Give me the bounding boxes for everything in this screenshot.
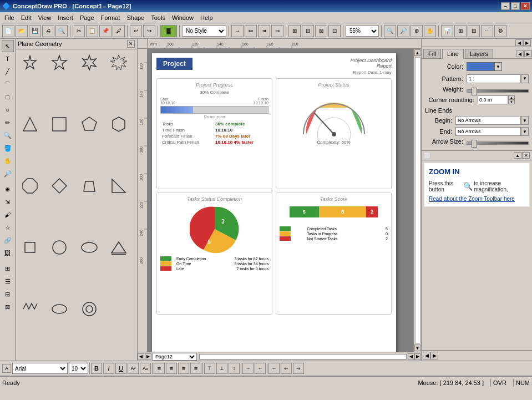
paste-button[interactable]: 📌	[99, 25, 112, 37]
shape-circle[interactable]	[47, 236, 72, 259]
rect-tool[interactable]: □	[2, 91, 14, 103]
shape-diamond[interactable]	[47, 175, 72, 197]
corner-up-btn[interactable]: ▲	[508, 95, 515, 100]
weight-slider[interactable]	[467, 87, 529, 93]
shape-5star[interactable]	[47, 52, 72, 74]
font-size-select[interactable]: 10 8 12 14	[69, 363, 88, 374]
text-tool[interactable]: T	[2, 53, 14, 65]
save-button[interactable]: 💾	[29, 25, 41, 37]
underline-btn[interactable]: U	[115, 363, 126, 374]
redo-button[interactable]: ↪	[143, 25, 155, 37]
view-btn4[interactable]: ⊡	[328, 25, 341, 37]
grid-btn[interactable]: ⊟	[468, 25, 480, 37]
zoom-in-btn[interactable]: 🔍	[384, 25, 396, 37]
zoom-panel-collapse[interactable]: ▲	[514, 152, 521, 159]
pattern-value[interactable]: 1 :	[467, 74, 521, 83]
zoom-out-btn[interactable]: 🔎	[397, 25, 409, 37]
maximize-button[interactable]: □	[511, 2, 520, 10]
valign-top-btn[interactable]: ⊤	[204, 363, 215, 374]
shape-triangle[interactable]	[18, 113, 42, 135]
view-btn2[interactable]: ⊟	[302, 25, 314, 37]
link-tool[interactable]: 🔗	[2, 234, 14, 246]
print-preview-button[interactable]: 🔍	[55, 25, 68, 37]
superscript-btn[interactable]: A²	[128, 363, 139, 374]
zoom-fit-btn[interactable]: ⊕	[411, 25, 423, 37]
corner-input[interactable]	[478, 95, 508, 104]
zoom-link[interactable]: Read about the Zoom Toolbar here	[429, 196, 525, 202]
menu-window[interactable]: Window	[169, 14, 197, 22]
scroll-left-btn[interactable]: ◀	[408, 353, 414, 360]
shape-ring[interactable]	[77, 298, 102, 320]
undo-button[interactable]: ↩	[130, 25, 142, 37]
shape-octagon[interactable]	[18, 175, 42, 197]
bold-btn[interactable]: B	[91, 363, 102, 374]
arrow-btn1[interactable]: →	[231, 25, 244, 37]
arrow-btn4[interactable]: ⊸	[271, 25, 283, 37]
begin-dropdown-btn[interactable]: ▼	[521, 116, 529, 125]
pen-tool[interactable]: ✏	[2, 117, 14, 129]
align-right-btn[interactable]: ≡	[178, 363, 189, 374]
end-value[interactable]: No Arrows	[455, 127, 521, 136]
subscript-btn[interactable]: A₂	[140, 363, 151, 374]
scroll-right-btn[interactable]: ▶	[414, 353, 421, 360]
shape-oval[interactable]	[47, 298, 72, 320]
page-next-btn[interactable]: ▶	[145, 353, 151, 360]
shape-4star[interactable]	[18, 52, 42, 74]
open-button[interactable]: 📂	[16, 25, 28, 37]
table2-tool[interactable]: ⊠	[2, 301, 14, 313]
right-nav-left[interactable]: ◀	[423, 352, 430, 360]
justify-btn[interactable]: ≡	[190, 363, 201, 374]
shape-pentagon[interactable]	[77, 113, 102, 135]
group-tool[interactable]: ⊞	[2, 262, 14, 275]
zoom-dropdown[interactable]: 55% 100% 75% 50%	[346, 26, 379, 37]
tab-layers[interactable]: Layers	[465, 49, 493, 58]
shape-panel-close[interactable]: ✕	[127, 40, 135, 48]
color-dropdown-btn[interactable]: ▼	[494, 62, 502, 71]
align-left-btn[interactable]: ≡	[154, 363, 165, 374]
select-tool[interactable]: ↖	[2, 40, 14, 52]
menu-view[interactable]: View	[35, 14, 55, 22]
page-prev-btn[interactable]: ◀	[138, 353, 144, 360]
color-fill-button[interactable]: ▓	[160, 25, 177, 37]
menu-format[interactable]: Format	[98, 14, 124, 22]
copy-button[interactable]: 📋	[86, 25, 98, 37]
format-copy-button[interactable]: 🖊	[113, 25, 125, 37]
arrow-btn3[interactable]: ↠	[258, 25, 270, 37]
shape-ellipse[interactable]	[77, 236, 102, 259]
menu-tools[interactable]: Tools	[148, 14, 169, 22]
shape-right-triangle[interactable]	[107, 175, 131, 197]
right-collapse-btn[interactable]: ◀	[515, 39, 523, 46]
h-scroll-track[interactable]	[199, 354, 407, 360]
menu-edit[interactable]: Edit	[18, 14, 35, 22]
brush-tool[interactable]: 🖌	[2, 209, 14, 221]
fill-tool[interactable]: 🪣	[2, 142, 14, 154]
zoom-tool[interactable]: 🔎	[2, 168, 14, 180]
vertical-scrollbar[interactable]: ▲ ▼	[413, 49, 421, 352]
path-tool[interactable]: ⇲	[2, 196, 14, 208]
dots-btn[interactable]: ⋯	[481, 25, 493, 37]
cut-button[interactable]: ✂	[73, 25, 85, 37]
table-btn[interactable]: ⊞	[454, 25, 467, 37]
view-btn3[interactable]: ⊠	[315, 25, 327, 37]
connect-tool[interactable]: ⊕	[2, 183, 14, 195]
close-button[interactable]: ✕	[521, 2, 530, 10]
right-nav-right[interactable]: ▶	[430, 352, 438, 360]
settings-btn[interactable]: ⚙	[494, 25, 506, 37]
menu-file[interactable]: File	[1, 14, 18, 22]
style-dropdown[interactable]: No Style	[182, 26, 226, 37]
ltr-btn[interactable]: ⇒	[293, 363, 304, 374]
shape-zigzag[interactable]	[18, 298, 42, 320]
line-tool[interactable]: ╱	[2, 65, 14, 78]
print-button[interactable]: 🖨	[42, 25, 54, 37]
valign-mid-btn[interactable]: ⊥	[216, 363, 227, 374]
align-center-btn[interactable]: ≡	[166, 363, 177, 374]
tab-nav-left[interactable]: ◀	[516, 50, 524, 57]
image-tool[interactable]: 🖼	[2, 247, 14, 259]
zoom-panel-close[interactable]: ✕	[522, 152, 530, 159]
minimize-button[interactable]: –	[501, 2, 510, 10]
menu-insert[interactable]: Insert	[54, 14, 77, 22]
align-tool[interactable]: ☰	[2, 275, 14, 287]
shape-hexagon[interactable]	[107, 113, 131, 135]
corner-down-btn[interactable]: ▼	[508, 100, 515, 104]
end-dropdown-btn[interactable]: ▼	[521, 127, 529, 136]
